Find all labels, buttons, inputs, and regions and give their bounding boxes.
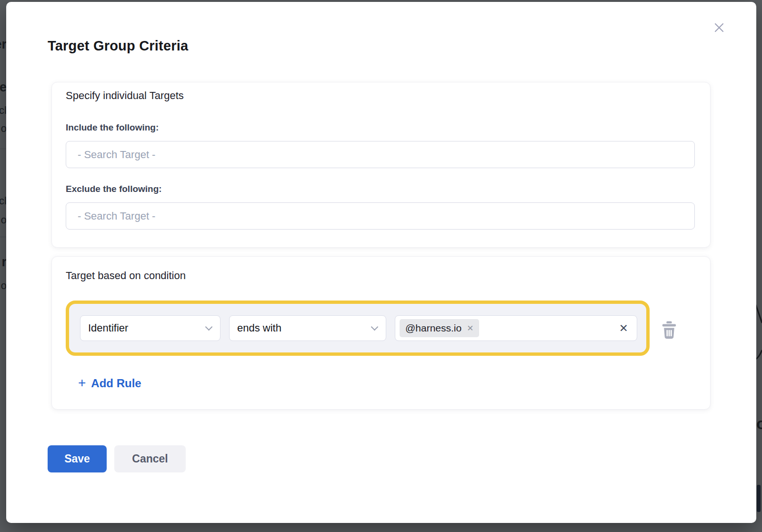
target-group-criteria-modal: Target Group Criteria Specify individual…: [6, 2, 756, 523]
rule-values-input[interactable]: @harness.io ✕ ✕: [395, 315, 637, 341]
modal-title: Target Group Criteria: [48, 38, 188, 54]
value-tag-label: @harness.io: [405, 322, 461, 334]
value-tag: @harness.io ✕: [400, 319, 479, 337]
close-icon: [712, 20, 727, 35]
exclude-label: Exclude the following:: [66, 184, 162, 195]
remove-tag-icon[interactable]: ✕: [467, 324, 473, 332]
plus-icon: +: [78, 376, 86, 390]
condition-card: Target based on condition Identifier end…: [51, 256, 711, 410]
trash-icon: [661, 321, 677, 340]
modal-actions: Save Cancel: [48, 445, 186, 472]
cancel-button[interactable]: Cancel: [114, 445, 186, 472]
operator-select-value: ends with: [237, 322, 281, 334]
include-target-search-input[interactable]: [66, 141, 695, 168]
chevron-down-icon: [371, 323, 379, 331]
attribute-select-value: Identifier: [88, 322, 128, 334]
condition-heading: Target based on condition: [66, 270, 186, 282]
attribute-select[interactable]: Identifier: [80, 315, 221, 341]
add-rule-button[interactable]: + Add Rule: [78, 377, 141, 390]
chevron-down-icon: [205, 323, 213, 331]
save-button[interactable]: Save: [48, 445, 107, 472]
clear-values-icon[interactable]: ✕: [619, 323, 628, 334]
close-button[interactable]: [710, 18, 729, 37]
add-rule-label: Add Rule: [91, 377, 141, 390]
include-label: Include the following:: [66, 122, 159, 133]
exclude-target-search-input[interactable]: [66, 202, 695, 230]
operator-select[interactable]: ends with: [229, 315, 386, 341]
individual-targets-heading: Specify individual Targets: [66, 90, 184, 102]
condition-rule-row: Identifier ends with @harness.io ✕ ✕: [66, 301, 650, 356]
individual-targets-card: Specify individual Targets Include the f…: [51, 82, 711, 248]
delete-rule-button[interactable]: [661, 321, 678, 341]
